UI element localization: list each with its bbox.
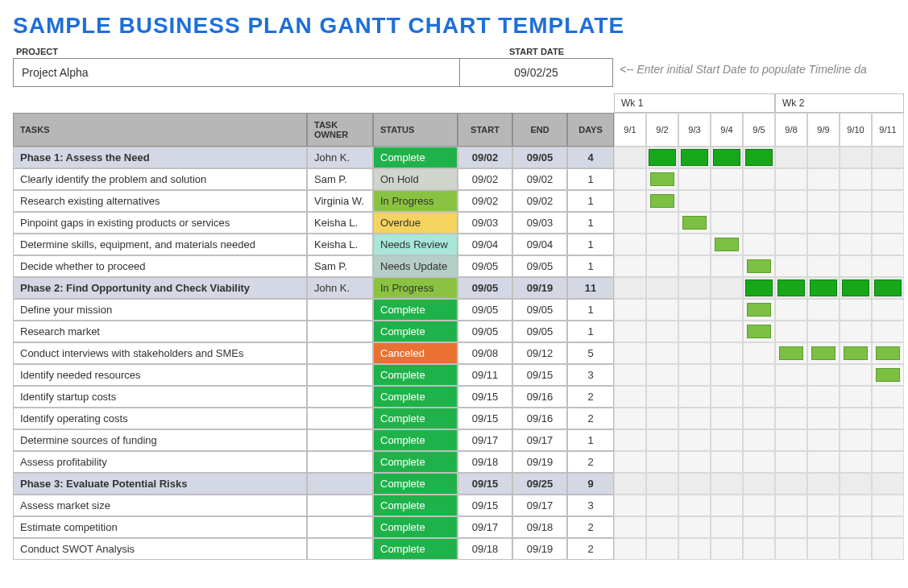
timeline-cell [807, 342, 840, 364]
task-name[interactable]: Determine skills, equipment, and materia… [13, 234, 307, 255]
task-owner[interactable] [307, 516, 373, 538]
status-cell[interactable]: Complete [373, 299, 458, 321]
task-name[interactable]: Estimate competition [13, 516, 307, 538]
timeline-cell [775, 495, 807, 516]
timeline-day-header: 9/1 [614, 113, 646, 147]
task-owner[interactable] [307, 495, 373, 516]
timeline-cell [614, 451, 646, 473]
task-name[interactable]: Conduct SWOT Analysis [13, 538, 307, 560]
status-cell[interactable]: Complete [373, 147, 458, 168]
task-owner[interactable] [307, 364, 373, 386]
status-cell[interactable]: Complete [373, 473, 458, 495]
status-cell[interactable]: On Hold [373, 168, 458, 190]
timeline-cell [743, 147, 775, 168]
end-date: 09/18 [512, 516, 567, 538]
timeline-cell [711, 364, 743, 386]
task-name[interactable]: Determine sources of funding [13, 429, 307, 451]
timeline-cell [840, 538, 872, 560]
timeline-cell [743, 451, 775, 473]
end-date: 09/05 [512, 321, 567, 342]
status-cell[interactable]: Complete [373, 451, 458, 473]
task-name[interactable]: Assess profitability [13, 451, 307, 473]
task-owner[interactable]: Sam P. [307, 168, 373, 190]
phase-name[interactable]: Phase 1: Assess the Need [13, 147, 307, 168]
status-cell[interactable]: Overdue [373, 212, 458, 234]
task-owner[interactable] [307, 538, 373, 560]
timeline-cell [840, 408, 872, 429]
status-cell[interactable]: Needs Update [373, 255, 458, 277]
phase-name[interactable]: Phase 3: Evaluate Potential Risks [13, 473, 307, 495]
task-owner[interactable]: Keisha L. [307, 234, 373, 255]
task-name[interactable]: Research market [13, 321, 307, 342]
timeline-cell [807, 147, 840, 168]
status-cell[interactable]: Canceled [373, 342, 458, 364]
timeline-cell [711, 147, 743, 168]
status-cell[interactable]: Needs Review [373, 234, 458, 255]
timeline-cell [711, 299, 743, 321]
timeline-cell [807, 538, 840, 560]
days: 1 [567, 190, 614, 212]
task-owner[interactable] [307, 299, 373, 321]
timeline-cell [646, 299, 678, 321]
task-owner[interactable]: Virginia W. [307, 190, 373, 212]
task-owner[interactable] [307, 473, 373, 495]
timeline-cell [743, 342, 775, 364]
task-owner[interactable] [307, 342, 373, 364]
start-date: 09/11 [458, 364, 512, 386]
timeline-cell [743, 255, 775, 277]
gantt-bar-phase [874, 280, 902, 296]
task-name[interactable]: Define your mission [13, 299, 307, 321]
task-name[interactable]: Assess market size [13, 495, 307, 516]
days: 1 [567, 321, 614, 342]
task-name[interactable]: Identify needed resources [13, 364, 307, 386]
col-header-days: DAYS [567, 113, 614, 147]
status-cell[interactable]: Complete [373, 321, 458, 342]
col-header-end: END [512, 113, 567, 147]
timeline-cell [743, 299, 775, 321]
timeline-cell [775, 168, 807, 190]
start-date: 09/05 [458, 277, 512, 299]
task-owner[interactable] [307, 386, 373, 408]
status-cell[interactable]: Complete [373, 386, 458, 408]
timeline-cell [743, 212, 775, 234]
task-owner[interactable] [307, 429, 373, 451]
status-cell[interactable]: Complete [373, 429, 458, 451]
status-cell[interactable]: Complete [373, 538, 458, 560]
timeline-cell [807, 212, 840, 234]
task-owner[interactable] [307, 451, 373, 473]
task-owner[interactable] [307, 321, 373, 342]
task-name[interactable]: Identify operating costs [13, 408, 307, 429]
task-owner[interactable]: Sam P. [307, 255, 373, 277]
task-name[interactable]: Research existing alternatives [13, 190, 307, 212]
timeline-cell [646, 321, 678, 342]
start-date: 09/05 [458, 255, 512, 277]
task-name[interactable]: Pinpoint gaps in existing products or se… [13, 212, 307, 234]
status-cell[interactable]: Complete [373, 408, 458, 429]
phase-name[interactable]: Phase 2: Find Opportunity and Check Viab… [13, 277, 307, 299]
timeline-cell [840, 342, 872, 364]
task-name[interactable]: Decide whether to proceed [13, 255, 307, 277]
status-cell[interactable]: Complete [373, 364, 458, 386]
status-cell[interactable]: Complete [373, 516, 458, 538]
task-owner[interactable]: John K. [307, 277, 373, 299]
task-owner[interactable]: Keisha L. [307, 212, 373, 234]
task-owner[interactable]: John K. [307, 147, 373, 168]
status-cell[interactable]: Complete [373, 495, 458, 516]
task-name[interactable]: Identify startup costs [13, 386, 307, 408]
timeline-cell [840, 429, 872, 451]
task-owner[interactable] [307, 408, 373, 429]
project-name-input[interactable]: Project Alpha [13, 58, 460, 87]
timeline-cell [614, 342, 646, 364]
start-date-input[interactable]: 09/02/25 [460, 58, 613, 87]
task-name[interactable]: Clearly identify the problem and solutio… [13, 168, 307, 190]
timeline-cell [614, 147, 646, 168]
timeline-cell [646, 538, 678, 560]
task-name[interactable]: Conduct interviews with stakeholders and… [13, 342, 307, 364]
status-cell[interactable]: In Progress [373, 277, 458, 299]
timeline-cell [807, 473, 840, 495]
timeline-cell [614, 429, 646, 451]
timeline-cell [840, 255, 872, 277]
status-cell[interactable]: In Progress [373, 190, 458, 212]
timeline-day-header: 9/11 [872, 113, 904, 147]
timeline-cell [614, 495, 646, 516]
